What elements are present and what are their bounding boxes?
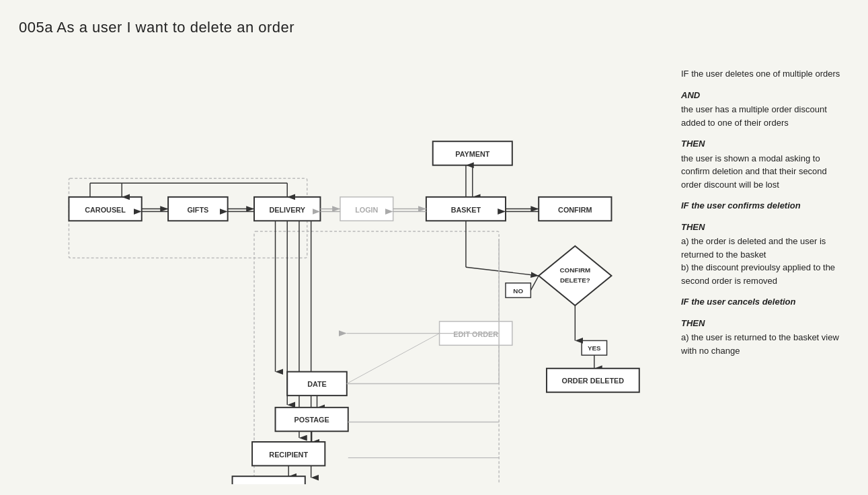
sidebar-keyword-then1: THEN	[681, 137, 849, 151]
sidebar-block-1: IF the user deletes one of multiple orde…	[681, 67, 849, 81]
svg-text:POSTAGE: POSTAGE	[294, 416, 329, 424]
sidebar-keyword-if3: IF the user cancels deletion	[681, 295, 849, 309]
sidebar-text-1: IF the user deletes one of multiple orde…	[681, 67, 849, 81]
svg-line-51	[530, 276, 539, 291]
sidebar-block-6: IF the user cancels deletion	[681, 295, 849, 309]
sidebar-keyword-then2: THEN	[681, 221, 849, 234]
svg-text:GIFTS: GIFTS	[187, 206, 208, 214]
svg-text:DELETE?: DELETE?	[560, 276, 590, 284]
sidebar-keyword-and: AND	[681, 89, 849, 102]
sidebar-block-7: THEN a) the user is returned to the bask…	[681, 317, 849, 358]
sidebar-text-5: a) the order is deleted and the user is …	[681, 235, 849, 287]
svg-text:DELIVERY: DELIVERY	[269, 206, 305, 214]
svg-line-70	[347, 334, 440, 384]
sidebar: IF the user deletes one of multiple orde…	[681, 67, 849, 365]
sidebar-block-3: THEN the user is shown a modal asking to…	[681, 137, 849, 191]
svg-text:CAROUSEL: CAROUSEL	[85, 206, 126, 214]
svg-line-48	[466, 267, 539, 276]
svg-text:YES: YES	[588, 344, 601, 352]
sidebar-keyword-then3: THEN	[681, 317, 849, 330]
sidebar-text-2: the user has a multiple order discount a…	[681, 103, 849, 129]
svg-text:RECIPIENT: RECIPIENT	[269, 451, 308, 459]
svg-text:PAYMENT: PAYMENT	[455, 150, 489, 158]
sidebar-block-4: IF the user confirms deletion	[681, 199, 849, 213]
sidebar-text-3: the user is shown a modal asking to conf…	[681, 152, 849, 192]
diagram-area: PAYMENT CAROUSEL GIFTS DELIVERY LOGIN BA…	[19, 67, 658, 484]
sidebar-block-2: AND the user has a multiple order discou…	[681, 89, 849, 130]
svg-text:NO: NO	[513, 287, 523, 295]
sidebar-block-5: THEN a) the order is deleted and the use…	[681, 221, 849, 288]
svg-text:CONFIRM: CONFIRM	[558, 206, 592, 214]
svg-text:DATE: DATE	[307, 380, 327, 388]
svg-text:EDIT ORDER: EDIT ORDER	[453, 330, 498, 338]
sidebar-keyword-if2: IF the user confirms deletion	[681, 199, 849, 213]
sidebar-text-7: a) the user is returned to the basket vi…	[681, 331, 849, 357]
svg-rect-67	[233, 476, 305, 484]
svg-text:CONFIRM: CONFIRM	[559, 266, 590, 274]
svg-text:LOGIN: LOGIN	[355, 206, 378, 214]
svg-text:BASKET: BASKET	[451, 206, 481, 214]
page-title: 005a As a user I want to delete an order	[19, 19, 294, 36]
svg-text:ORDER DELETED: ORDER DELETED	[562, 377, 625, 385]
